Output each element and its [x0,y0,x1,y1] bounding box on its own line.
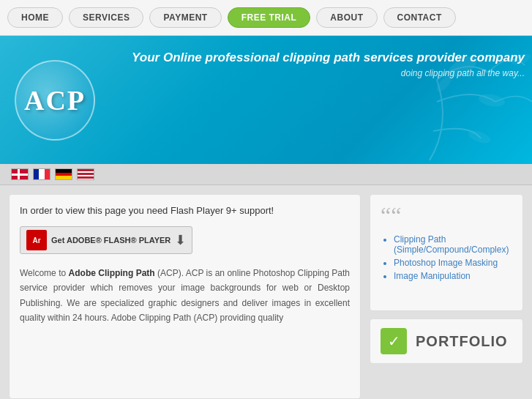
nav-services[interactable]: SERVICES [69,7,143,28]
flash-notice: In order to view this page you need Flas… [20,205,350,216]
banner: ACP Your Online professional clipping pa… [0,36,532,164]
download-icon: ⬇ [175,232,186,248]
tagline-sub: doing clipping path all the way... [132,68,525,78]
logo-text: ACP [24,84,86,116]
nav-about[interactable]: ABOUT [316,7,377,28]
flag-danish[interactable] [11,168,29,180]
adobe-icon: Ar [26,230,47,250]
tagline-main: Your Online professional clipping path s… [132,51,525,65]
left-panel: In order to view this page you need Flas… [9,194,361,399]
banner-tagline: Your Online professional clipping path s… [132,51,525,78]
right-panel: ““ Clipping Path (Simple/Compound/Comple… [370,194,523,399]
svg-point-1 [478,92,506,108]
portfolio-check-icon: ✓ [381,328,407,354]
language-bar [0,164,532,185]
portfolio-label: PORTFOLIO [416,333,508,350]
main-nav: HOME SERVICES PAYMENT FREE TRIAL ABOUT C… [0,0,532,36]
brand-name: Adobe Clipping Path [69,268,155,278]
portfolio-button[interactable]: ✓ PORTFOLIO [370,318,523,364]
service-item[interactable]: Image Manipulation [394,271,512,281]
service-item[interactable]: Clipping Path (Simple/Compound/Complex) [394,234,512,255]
quote-box: ““ Clipping Path (Simple/Compound/Comple… [370,194,523,311]
services-list: Clipping Path (Simple/Compound/Complex) … [381,234,512,281]
logo-circle: ACP [15,60,95,141]
flash-label: Get ADOBE® FLASH® PLAYER [51,235,171,245]
service-item[interactable]: Photoshop Image Masking [394,258,512,268]
main-content: In order to view this page you need Flas… [0,185,532,399]
nav-home[interactable]: HOME [7,7,63,28]
flag-german[interactable] [55,168,72,180]
flag-french[interactable] [33,168,50,180]
quote-mark: ““ [381,204,512,227]
logo: ACP [15,60,95,141]
nav-contact[interactable]: CONTACT [383,7,456,28]
welcome-text: Welcome to Adobe Clipping Path (ACP). AC… [20,266,350,326]
flash-download[interactable]: Ar Get ADOBE® FLASH® PLAYER ⬇ [20,226,192,254]
nav-free-trial[interactable]: FREE TRIAL [228,7,311,28]
flag-english[interactable] [77,168,94,180]
nav-payment[interactable]: PAYMENT [149,7,221,28]
